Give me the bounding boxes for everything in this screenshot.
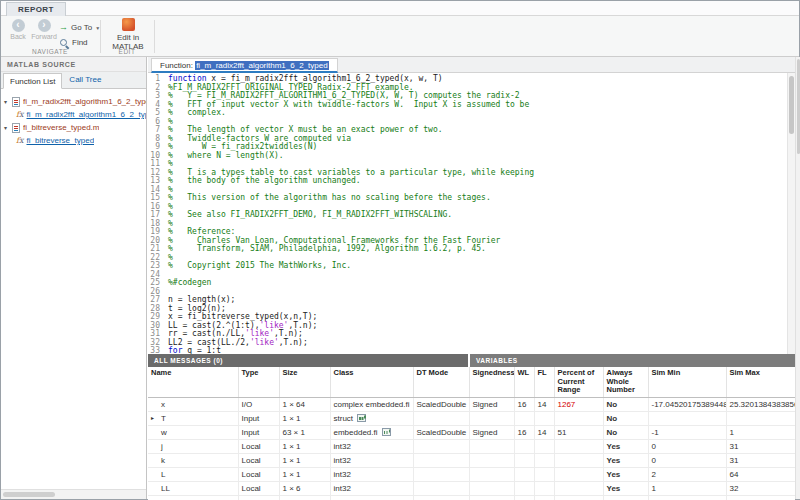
variable-row[interactable]: ▸TInput1 × 1structNo: [148, 411, 795, 425]
code-line: 18%: [148, 220, 787, 229]
cell-wl: [514, 467, 534, 481]
tree-item-label: fi_bitreverse_typed.m: [23, 123, 99, 132]
class-name: struct: [334, 414, 354, 423]
tree-item-file[interactable]: ▾fi_bitreverse_typed.m: [1, 121, 146, 134]
code-line: 10% where N = length(X).: [148, 152, 787, 161]
cell-always-whole-number: Yes: [603, 467, 648, 481]
variables-column-header[interactable]: Size: [279, 367, 330, 397]
tab-report[interactable]: REPORT: [6, 2, 66, 16]
cell-signedness: [469, 467, 514, 481]
editor-tab[interactable]: Function: fi_m_radix2fft_algorithm1_6_2_…: [151, 58, 338, 73]
tree-expander-icon[interactable]: ▾: [4, 98, 12, 105]
cell-name: x: [148, 397, 238, 411]
variables-header-row: NameTypeSizeClassDT ModeSignednessWLFLPe…: [148, 367, 795, 397]
cell-sim-min: [648, 411, 726, 425]
variables-column-header[interactable]: Sim Max: [726, 367, 795, 397]
mfile-icon: [12, 123, 20, 133]
cell-sim-min: 0: [648, 439, 726, 453]
cell-name: w: [148, 425, 238, 439]
variables-column-header[interactable]: Name: [148, 367, 238, 397]
variables-column-header[interactable]: Always Whole Number: [603, 367, 648, 397]
cell-percent-of-current-range: [554, 467, 603, 481]
variables-column-header[interactable]: WL: [514, 367, 534, 397]
cell-type: Input: [238, 411, 279, 425]
scrollbar-thumb[interactable]: [3, 492, 55, 497]
back-button[interactable]: ‹ Back: [5, 19, 31, 40]
cell-percent-of-current-range: [554, 481, 603, 495]
code-line: 13% the body of the algorithm unchanged.: [148, 177, 787, 186]
variables-column-header[interactable]: Percent of Current Range: [554, 367, 603, 397]
variables-bar[interactable]: VARIABLES: [470, 354, 795, 367]
histogram-icon[interactable]: [382, 428, 391, 436]
cell-wl: 16: [514, 425, 534, 439]
variable-row[interactable]: xI/O1 × 64complex embedded.fiScaledDoubl…: [148, 397, 795, 411]
code-editor[interactable]: 1function x = fi_m_radix2fft_algorithm1_…: [148, 73, 787, 354]
variable-row[interactable]: LL2Local1 × 6int32Yes132: [148, 495, 795, 500]
cell-signedness: [469, 481, 514, 495]
scrollbar-thumb[interactable]: [789, 76, 794, 134]
cell-fl: [534, 439, 554, 453]
edit-group-label: EDIT: [101, 48, 153, 55]
goto-label: Go To: [71, 23, 92, 32]
cell-class: int32: [330, 495, 413, 500]
variables-column-header[interactable]: FL: [534, 367, 554, 397]
tab-function-list[interactable]: Function List: [3, 73, 62, 89]
code-segment: 'like': [250, 338, 279, 347]
variable-row[interactable]: LLLocal1 × 6int32Yes132: [148, 481, 795, 495]
variables-column-header[interactable]: Sim Min: [648, 367, 726, 397]
cell-class: embedded.fi: [330, 425, 413, 439]
cell-percent-of-current-range: [554, 439, 603, 453]
variable-row[interactable]: jLocal1 × 1int32Yes031: [148, 439, 795, 453]
window-vscrollbar[interactable]: [795, 57, 800, 499]
tree-item-label: fi_m_radix2fft_algorithm1_6_2_typed: [26, 110, 146, 119]
cell-always-whole-number: No: [603, 397, 648, 411]
tree-item-file[interactable]: ▾fi_m_radix2fft_algorithm1_6_2_typed.m: [1, 95, 146, 108]
sidebar-hscrollbar[interactable]: [1, 489, 146, 499]
tree-item-function[interactable]: fxfi_m_radix2fft_algorithm1_6_2_typed: [1, 108, 146, 121]
cell-type: Local: [238, 495, 279, 500]
cell-always-whole-number: No: [603, 411, 648, 425]
cell-dt-mode: [413, 467, 469, 481]
tab-call-tree[interactable]: Call Tree: [63, 72, 107, 88]
all-messages-bar[interactable]: ALL MESSAGES (0): [148, 354, 468, 367]
edit-in-matlab-button[interactable]: Edit in MATLAB: [105, 18, 151, 51]
variable-row[interactable]: LLocal1 × 1int32Yes264: [148, 467, 795, 481]
expand-arrow-icon[interactable]: ▸: [151, 412, 154, 425]
tree-expander-icon[interactable]: ▾: [4, 124, 12, 131]
variable-row[interactable]: wInput63 × 1embedded.fiScaledDoubleSigne…: [148, 425, 795, 439]
cell-type: Local: [238, 481, 279, 495]
variables-body: xI/O1 × 64complex embedded.fiScaledDoubl…: [148, 397, 795, 500]
class-name: int32: [334, 442, 351, 451]
code-segment: ,T.n);: [279, 338, 308, 347]
variable-row[interactable]: kLocal1 × 1int32Yes031: [148, 453, 795, 467]
sidebar-tab-bar: Function List Call Tree: [1, 72, 146, 89]
forward-button[interactable]: › Forward: [31, 19, 57, 40]
editor-tab-prefix: Function:: [160, 61, 195, 70]
cell-sim-min: 1: [648, 481, 726, 495]
tree-item-label: fi_bitreverse_typed: [26, 136, 94, 145]
code-segment: % See also FI_RADIX2FFT_DEMO, FI_M_RADIX…: [168, 210, 452, 219]
code-scrollbar[interactable]: [787, 73, 795, 354]
variables-column-header[interactable]: DT Mode: [413, 367, 469, 397]
cell-percent-of-current-range: [554, 411, 603, 425]
goto-button[interactable]: → Go To ▼: [59, 21, 100, 34]
cell-name: L: [148, 467, 238, 481]
cell-sim-min: 0: [648, 453, 726, 467]
editor-tab-function-name: fi_m_radix2fft_algorithm1_6_2_typed: [195, 61, 329, 70]
ribbon-tab-bar: REPORT: [1, 1, 799, 16]
variables-column-header[interactable]: Class: [330, 367, 413, 397]
cell-type: Input: [238, 425, 279, 439]
code-line: 33for q = 1:t: [148, 347, 787, 354]
code-line: 21% Transform, SIAM, Philadelphia, 1992,…: [148, 245, 787, 254]
cell-fl: [534, 481, 554, 495]
variables-column-header[interactable]: Type: [238, 367, 279, 397]
variable-name: j: [161, 442, 163, 451]
variable-name: x: [161, 400, 165, 409]
cell-fl: [534, 411, 554, 425]
cell-name: LL: [148, 481, 238, 495]
histogram-icon[interactable]: [357, 414, 366, 422]
find-icon: [59, 38, 69, 48]
tree-item-function[interactable]: fxfi_bitreverse_typed: [1, 134, 146, 147]
variable-name: T: [161, 414, 166, 423]
variables-column-header[interactable]: Signedness: [469, 367, 514, 397]
